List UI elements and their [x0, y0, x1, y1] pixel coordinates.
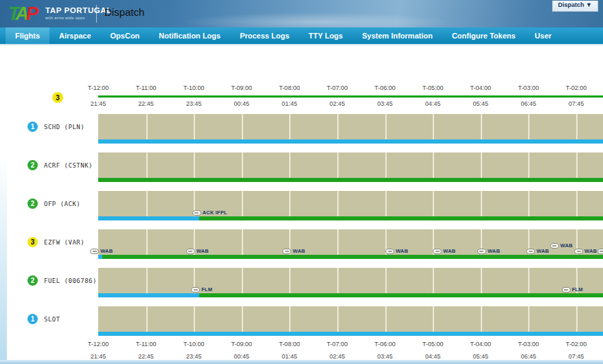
hour-gridline: [337, 114, 339, 139]
timeline-top-progress-line: [98, 95, 603, 98]
top-axis-absolute-tick: 00:45: [234, 100, 250, 107]
nav-item-tty-logs[interactable]: TTY Logs: [299, 27, 352, 44]
row-status-badge: 3: [27, 237, 38, 247]
hour-gridline: [528, 152, 530, 178]
bottom-axis-relative-tick: T-02:00: [566, 341, 587, 348]
logo-letter-a: A: [16, 3, 27, 24]
bottom-axis-absolute-tick: 23:45: [186, 353, 202, 360]
row-markers-layer: WABWABWABWABWABWABWABWABWABWAB: [98, 229, 603, 255]
hour-gridline: [289, 152, 291, 178]
dispatch-app-window: TAP TAP PORTUGAL with arms wide open Dis…: [0, 0, 603, 364]
marker-label: WAB: [100, 248, 113, 254]
nav-item-flights[interactable]: Flights: [5, 27, 49, 44]
nav-item-opscon[interactable]: OpsCon: [101, 27, 150, 44]
top-axis-relative-tick: T-03:00: [518, 84, 539, 91]
timeline-marker[interactable]: WAB: [282, 248, 305, 254]
marker-label: WAB: [560, 242, 573, 249]
hour-gridline: [289, 306, 291, 332]
timeline-counter-badge: 3: [52, 92, 63, 103]
top-axis-relative-tick: T-02:00: [566, 84, 587, 91]
bottom-axis-absolute-tick: 05:45: [473, 353, 489, 360]
row-label-group: 2FUEL (006786): [27, 275, 97, 286]
top-axis-relative-tick: T-09:00: [231, 84, 253, 91]
timeline-row-bar: [98, 306, 603, 332]
nav-item-system-information[interactable]: System Information: [352, 27, 442, 44]
top-axis-relative-tick: T-05:00: [422, 84, 444, 91]
marker-token-icon: [191, 287, 200, 293]
row-label-group: 1SCHD (PLN): [27, 122, 84, 132]
timeline-marker[interactable]: WAB: [574, 248, 597, 254]
bottom-axis-absolute-tick: 00:45: [234, 353, 250, 360]
top-axis-absolute-tick: 01:45: [282, 100, 297, 107]
row-label: ACRF (CSTNK): [44, 162, 93, 169]
window-dispatch-dropdown[interactable]: Dispatch ▼: [552, 1, 598, 12]
row-label: OFP (ACK): [44, 201, 80, 207]
top-axis-relative-tick: T-07:00: [327, 84, 348, 91]
hour-gridline: [242, 152, 243, 178]
row-status-badge: 2: [27, 275, 38, 286]
hour-gridline: [481, 306, 482, 332]
timeline-marker[interactable]: ACK IFPL: [192, 209, 227, 216]
row-status-badge: 1: [27, 122, 38, 132]
bottom-axis-absolute-tick: 06:45: [521, 353, 536, 360]
top-axis-relative-tick: T-10:00: [183, 84, 205, 91]
top-axis-absolute-tick: 23:45: [186, 100, 202, 107]
timeline-marker[interactable]: FLM: [191, 286, 212, 293]
hour-gridline: [146, 114, 148, 139]
bottom-axis-absolute-tick: 03:45: [377, 353, 393, 360]
nav-item-user[interactable]: User: [525, 27, 561, 44]
strip-segment-green: [102, 255, 603, 259]
timeline-panel: 3 T-12:0021:45T-11:0022:45T-10:0023:45T-…: [0, 45, 603, 364]
row-status-strip: [98, 139, 603, 144]
hour-gridline: [194, 306, 195, 332]
app-header: TAP TAP PORTUGAL with arms wide open Dis…: [0, 0, 603, 27]
bottom-axis-relative-tick: T-05:00: [422, 341, 444, 348]
row-label: SLOT: [44, 316, 60, 323]
nav-item-airspace[interactable]: Airspace: [49, 27, 100, 44]
bottom-axis-relative-tick: T-03:00: [518, 341, 539, 348]
header-divider: [96, 5, 97, 23]
hour-gridline: [194, 114, 195, 139]
tap-logo: TAP: [8, 2, 36, 25]
marker-label: WAB: [196, 248, 209, 254]
nav-item-configure-tokens[interactable]: Configure Tokens: [442, 27, 525, 44]
logo-letter-p: P: [26, 3, 36, 24]
marker-token-icon: [477, 249, 486, 254]
marker-token-icon: [282, 249, 291, 254]
strip-segment-green: [98, 178, 603, 182]
hour-gridline: [528, 114, 530, 139]
hour-gridline: [433, 152, 434, 178]
hour-gridline: [576, 152, 578, 178]
top-axis-absolute-tick: 06:45: [521, 100, 536, 107]
hour-gridline: [481, 114, 482, 139]
timeline-marker[interactable]: WAB: [90, 248, 113, 254]
marker-token-icon: [562, 287, 571, 293]
row-status-strip: [98, 293, 603, 297]
timeline-marker[interactable]: WAB: [385, 248, 408, 254]
timeline-marker[interactable]: FLM: [562, 286, 583, 293]
bottom-axis-relative-tick: T-06:00: [374, 341, 396, 348]
hour-gridline: [385, 152, 387, 178]
marker-label: WAB: [488, 248, 500, 254]
timeline-marker[interactable]: WAB: [598, 248, 603, 254]
row-status-strip: [98, 178, 603, 182]
top-axis-absolute-tick: 22:45: [138, 100, 154, 107]
strip-segment-cyan: [98, 216, 199, 220]
bottom-scroll-bar[interactable]: [0, 360, 603, 364]
hour-gridline: [337, 152, 339, 178]
marker-token-icon: [574, 249, 583, 254]
top-axis-absolute-tick: 07:45: [569, 100, 584, 107]
timeline-marker[interactable]: WAB: [526, 248, 549, 254]
bottom-axis-relative-tick: T-10:00: [183, 341, 205, 348]
brand-block: TAP PORTUGAL with arms wide open: [45, 6, 112, 20]
timeline-marker[interactable]: WAB: [186, 248, 209, 254]
marker-label: FLM: [201, 286, 212, 293]
row-status-strip: [98, 255, 603, 259]
timeline-marker[interactable]: WAB: [433, 248, 455, 254]
timeline-row-bar: [98, 152, 603, 178]
nav-item-notification-logs[interactable]: Notification Logs: [149, 27, 230, 44]
top-axis-relative-tick: T-04:00: [470, 84, 492, 91]
timeline-marker[interactable]: WAB: [477, 248, 500, 254]
timeline-marker[interactable]: WAB: [550, 242, 573, 249]
nav-item-process-logs[interactable]: Process Logs: [230, 27, 299, 44]
